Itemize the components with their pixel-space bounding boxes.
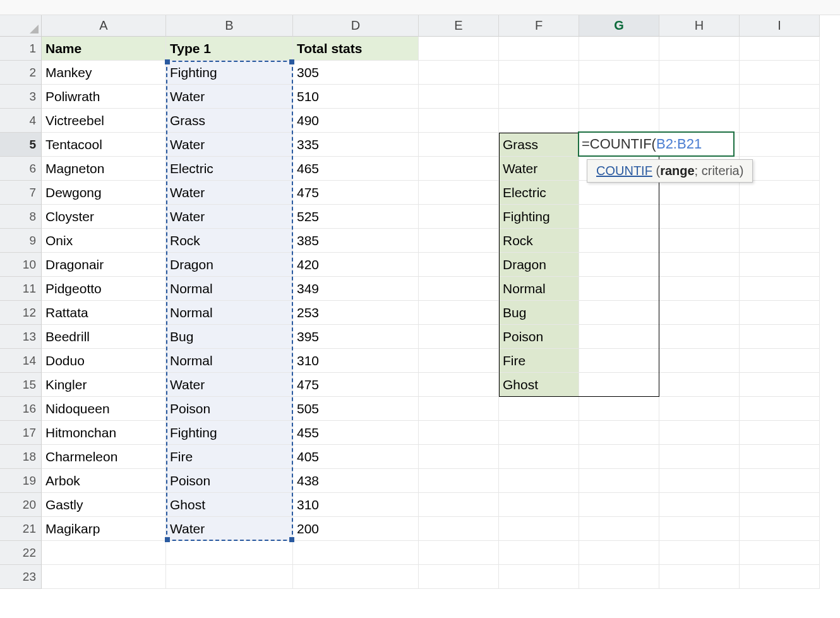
cell-B17[interactable]: Fighting <box>166 421 293 445</box>
cell-F3[interactable] <box>499 85 579 109</box>
cell-G13[interactable] <box>579 325 659 349</box>
cell-E20[interactable] <box>419 493 499 517</box>
cell-B12[interactable]: Normal <box>166 301 293 325</box>
cell-F9[interactable]: Rock <box>499 229 579 253</box>
cell-E17[interactable] <box>419 421 499 445</box>
cell-A10[interactable]: Dragonair <box>42 253 166 277</box>
cell-F6[interactable]: Water <box>499 157 579 181</box>
row-header-2[interactable]: 2 <box>0 61 42 85</box>
cell-B7[interactable]: Water <box>166 181 293 205</box>
cell-F13[interactable]: Poison <box>499 325 579 349</box>
cell-B9[interactable]: Rock <box>166 229 293 253</box>
row-header-23[interactable]: 23 <box>0 565 42 589</box>
cell-E10[interactable] <box>419 253 499 277</box>
cell-I4[interactable] <box>740 109 820 133</box>
cell-I12[interactable] <box>740 301 820 325</box>
cell-G7[interactable] <box>579 181 659 205</box>
cell-D16[interactable]: 505 <box>293 397 419 421</box>
col-header-G[interactable]: G <box>579 15 659 37</box>
cell-A21[interactable]: Magikarp <box>42 517 166 541</box>
cell-B10[interactable]: Dragon <box>166 253 293 277</box>
cell-B5[interactable]: Water <box>166 133 293 157</box>
cell-F21[interactable] <box>499 517 579 541</box>
cell-D19[interactable]: 438 <box>293 469 419 493</box>
cell-G20[interactable] <box>579 493 659 517</box>
cell-E11[interactable] <box>419 277 499 301</box>
cell-A12[interactable]: Rattata <box>42 301 166 325</box>
cell-E1[interactable] <box>419 37 499 61</box>
cell-E18[interactable] <box>419 445 499 469</box>
cell-A5[interactable]: Tentacool <box>42 133 166 157</box>
cell-B18[interactable]: Fire <box>166 445 293 469</box>
cell-D5[interactable]: 335 <box>293 133 419 157</box>
cell-G21[interactable] <box>579 517 659 541</box>
cell-E15[interactable] <box>419 373 499 397</box>
col-header-F[interactable]: F <box>499 15 579 37</box>
cell-A1[interactable]: Name <box>42 37 166 61</box>
cell-B14[interactable]: Normal <box>166 349 293 373</box>
cell-H2[interactable] <box>659 61 740 85</box>
cell-H3[interactable] <box>659 85 740 109</box>
row-header-5[interactable]: 5 <box>0 133 42 157</box>
cell-I5[interactable] <box>740 133 820 157</box>
cell-B21[interactable]: Water <box>166 517 293 541</box>
cell-H8[interactable] <box>659 205 740 229</box>
cell-H9[interactable] <box>659 229 740 253</box>
cell-H18[interactable] <box>659 445 740 469</box>
row-header-7[interactable]: 7 <box>0 181 42 205</box>
cell-I21[interactable] <box>740 517 820 541</box>
cell-F22[interactable] <box>499 541 579 565</box>
cell-I13[interactable] <box>740 325 820 349</box>
cell-D21[interactable]: 200 <box>293 517 419 541</box>
cell-H16[interactable] <box>659 397 740 421</box>
cell-H21[interactable] <box>659 517 740 541</box>
cell-F4[interactable] <box>499 109 579 133</box>
cell-A22[interactable] <box>42 541 166 565</box>
cell-D15[interactable]: 475 <box>293 373 419 397</box>
cell-D9[interactable]: 385 <box>293 229 419 253</box>
cell-D13[interactable]: 395 <box>293 325 419 349</box>
cell-I8[interactable] <box>740 205 820 229</box>
cell-E14[interactable] <box>419 349 499 373</box>
cell-H19[interactable] <box>659 469 740 493</box>
cell-B19[interactable]: Poison <box>166 469 293 493</box>
cell-B4[interactable]: Grass <box>166 109 293 133</box>
col-header-E[interactable]: E <box>419 15 499 37</box>
cell-F18[interactable] <box>499 445 579 469</box>
cell-A6[interactable]: Magneton <box>42 157 166 181</box>
cell-A14[interactable]: Doduo <box>42 349 166 373</box>
cell-G3[interactable] <box>579 85 659 109</box>
cell-F12[interactable]: Bug <box>499 301 579 325</box>
cell-D4[interactable]: 490 <box>293 109 419 133</box>
cell-E8[interactable] <box>419 205 499 229</box>
cell-G16[interactable] <box>579 397 659 421</box>
row-header-20[interactable]: 20 <box>0 493 42 517</box>
row-header-12[interactable]: 12 <box>0 301 42 325</box>
cell-F11[interactable]: Normal <box>499 277 579 301</box>
cell-G9[interactable] <box>579 229 659 253</box>
row-header-18[interactable]: 18 <box>0 445 42 469</box>
cell-B3[interactable]: Water <box>166 85 293 109</box>
cell-G8[interactable] <box>579 205 659 229</box>
cell-A17[interactable]: Hitmonchan <box>42 421 166 445</box>
cell-I9[interactable] <box>740 229 820 253</box>
cell-A11[interactable]: Pidgeotto <box>42 277 166 301</box>
cell-D7[interactable]: 475 <box>293 181 419 205</box>
cell-D17[interactable]: 455 <box>293 421 419 445</box>
cell-D6[interactable]: 465 <box>293 157 419 181</box>
cell-D2[interactable]: 305 <box>293 61 419 85</box>
cell-I18[interactable] <box>740 445 820 469</box>
cell-I20[interactable] <box>740 493 820 517</box>
cell-F7[interactable]: Electric <box>499 181 579 205</box>
cell-E22[interactable] <box>419 541 499 565</box>
cell-E5[interactable] <box>419 133 499 157</box>
cell-I11[interactable] <box>740 277 820 301</box>
cell-F10[interactable]: Dragon <box>499 253 579 277</box>
cell-A13[interactable]: Beedrill <box>42 325 166 349</box>
row-header-19[interactable]: 19 <box>0 469 42 493</box>
cell-B22[interactable] <box>166 541 293 565</box>
cell-H20[interactable] <box>659 493 740 517</box>
cell-H4[interactable] <box>659 109 740 133</box>
select-all-corner[interactable] <box>0 15 42 37</box>
cell-grid[interactable]: NameType 1Total statsMankeyFighting305Po… <box>42 37 820 589</box>
